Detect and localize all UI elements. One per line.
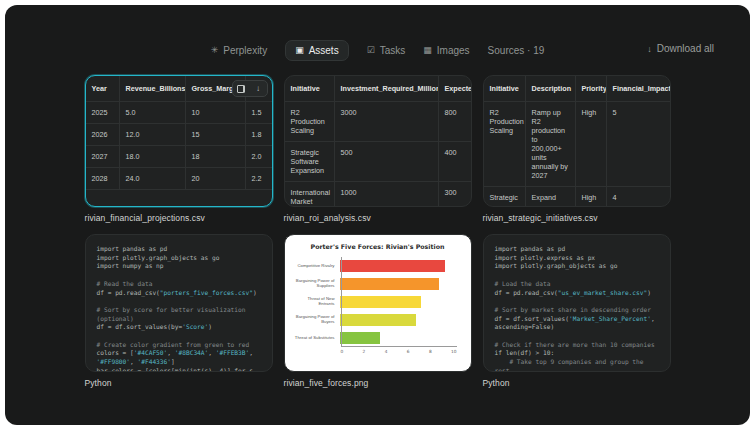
column-header: Description [525,76,575,102]
table-cell: 500 [334,142,438,182]
chart-bar-track [339,260,457,272]
table-cell: 2.0 [245,146,273,168]
tasks-icon: ☑ [367,46,375,55]
table-cell: 2025 [85,102,119,124]
download-icon: ↓ [256,84,260,93]
code-line: # Read the data [97,280,261,289]
chart-bar [340,332,381,344]
table-header-row: InitiativeInvestment_Required_MillionsEx… [284,76,472,102]
chart-category-label: Bargaining Power of Buyers [295,315,339,325]
chart-bar-row: Competitive Rivalry [295,257,457,275]
asset-card-strategic-initiatives: InitiativeDescriptionPriorityFinancial_I… [483,75,671,224]
column-header: Priority [575,76,606,102]
code-line [97,271,261,280]
column-header: Financial_Impact_ [606,76,671,102]
code-line [97,332,261,341]
code-line [97,297,261,306]
table-cell: 1000 [334,182,438,208]
tab-tasks[interactable]: ☑ Tasks [367,45,406,56]
column-header: Initiative [284,76,334,102]
strategic-initiatives-table-preview[interactable]: InitiativeDescriptionPriorityFinancial_I… [483,75,671,207]
table-row: R2 Production Scaling3000800 [284,102,472,142]
download-icon: ↓ [647,44,652,54]
chart-x-axis: 0246810 [341,349,457,354]
tab-assets[interactable]: ▣ Assets [285,40,349,61]
tab-sources[interactable]: Sources · 19 [488,45,545,56]
chart-plot: Competitive RivalryBargaining Power of S… [295,257,457,347]
asset-filename: rivian_financial_projections.csv [85,213,273,224]
table-cell: 5.0 [119,102,185,124]
assets-grid: ↓ YearRevenue_BillionsGross_Margin_Pe202… [85,75,671,389]
chart-x-tick: 6 [407,349,410,354]
code-line: # Create color gradient from green to re… [97,341,261,350]
tab-images[interactable]: ▦ Images [423,45,469,56]
table-cell: 18.0 [119,146,185,168]
tab-perplexity[interactable]: ✳ Perplexity [211,45,267,56]
chart-x-tick: 0 [341,349,344,354]
code-line: bar_colors = [colors[min(int(s), 4)] for… [97,367,261,372]
tab-assets-label: Assets [309,45,339,56]
code-line: import plotly.express as px [495,254,659,263]
chart-category-label: Threat of Substitutes [295,336,339,341]
chart-x-tick: 2 [363,349,366,354]
code-line [495,271,659,280]
table-row: International Market Expansion1000300 [284,182,472,208]
table-cell: Strategic Software Expansion [284,142,334,182]
asset-language-label: Python [483,378,671,389]
chart-bar-track [339,314,457,326]
chart-bar-track [339,278,457,290]
code-line: # Load the data [495,280,659,289]
table-cell: 3000 [334,102,438,142]
tab-perplexity-label: Perplexity [223,45,267,56]
chart-x-tick: 4 [385,349,388,354]
asset-card-financial-projections: ↓ YearRevenue_BillionsGross_Margin_Pe202… [85,75,273,224]
tab-images-label: Images [437,45,470,56]
financial-projections-table-preview[interactable]: ↓ YearRevenue_BillionsGross_Margin_Pe202… [85,75,273,207]
python-code-preview[interactable]: import pandas as pdimport plotly.express… [483,234,671,372]
code-line: import pandas as pd [97,245,261,254]
asset-card-roi-analysis: InitiativeInvestment_Required_MillionsEx… [284,75,472,224]
five-forces-chart-preview[interactable]: Porter's Five Forces: Rivian's Position … [284,234,472,372]
table-cell: 2028 [85,168,119,190]
roi-analysis-table-preview[interactable]: InitiativeInvestment_Required_MillionsEx… [284,75,472,207]
data-table: InitiativeDescriptionPriorityFinancial_I… [483,75,671,207]
table-cell: R2 Production Scaling [483,102,525,187]
table-cell: 2027 [85,146,119,168]
table-cell: 800 [438,102,472,142]
images-icon: ▦ [423,46,432,55]
chart-x-tick: 8 [429,349,432,354]
perplexity-logo-icon: ✳ [211,46,219,55]
table-row: R2 Production ScalingRamp up R2 producti… [483,102,671,187]
tab-tasks-label: Tasks [380,45,406,56]
table-cell: High [575,102,606,187]
code-line: ascending=False) [495,323,659,332]
tab-sources-label: Sources · 19 [488,45,545,56]
code-line: import plotly.graph_objects as go [495,262,659,271]
chart-title: Porter's Five Forces: Rivian's Position [295,243,461,250]
code-line: df = pd.read_csv("us_ev_market_share.csv… [495,289,659,298]
card-action-toolbar: ↓ [232,80,268,97]
column-header: Expected_ [438,76,472,102]
code-line: # Take top 9 companies and group the res… [495,358,659,372]
chart-bar [340,260,445,272]
code-line: df = df.sort_values('Market_Share_Percen… [495,315,659,324]
column-header: Revenue_Billions [119,76,185,102]
asset-card-code-five-forces: import pandas as pdimport plotly.graph_o… [85,234,273,389]
download-asset-button[interactable]: ↓ [250,81,267,96]
chart-bar [340,314,416,326]
table-cell: 12.0 [119,124,185,146]
asset-filename: rivian_roi_analysis.csv [284,213,472,224]
code-line: if len(df) > 10: [495,349,659,358]
chart-bar-row: Bargaining Power of Buyers [295,311,457,329]
asset-card-code-market-share: import pandas as pdimport plotly.express… [483,234,671,389]
asset-filename: rivian_five_forces.png [284,378,472,389]
chart-bar-row: Threat of Substitutes [295,329,457,347]
download-all-button[interactable]: ↓ Download all [647,43,714,54]
code-line: (optional) [97,315,261,324]
code-line: import pandas as pd [495,245,659,254]
column-header: Investment_Required_Millions [334,76,438,102]
copy-button[interactable] [233,81,250,96]
table-cell: 24.0 [119,168,185,190]
chart-bar-track [339,332,457,344]
python-code-preview[interactable]: import pandas as pdimport plotly.graph_o… [85,234,273,372]
